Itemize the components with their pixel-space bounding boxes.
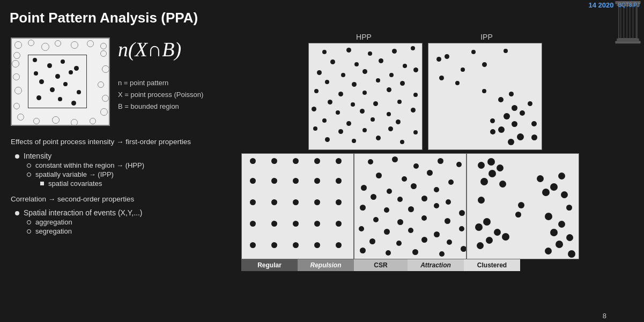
bullet-spatial-covariates: spatial covariates	[40, 179, 241, 188]
bullet-segregation: segregation	[27, 227, 241, 235]
label-repulsion: Repulsion	[298, 259, 354, 271]
bottom-images-section: Regular Repulsion CSR Attraction Cluster…	[241, 153, 609, 259]
bottom-label-bar: Regular Repulsion CSR Attraction Cluster…	[241, 259, 609, 271]
inner-box	[28, 55, 87, 108]
bottom-images-row	[241, 153, 609, 259]
top-bar: 14 2020 BQT8.PJ	[584, 0, 644, 10]
section2-heading: Correlation → second-order properties	[11, 194, 241, 205]
page-number: 8	[603, 312, 606, 320]
svg-rect-2	[619, 6, 637, 38]
formula-area: n(X∩B) n = point pattern X = point proce…	[118, 38, 203, 113]
bullet-circle-4	[27, 229, 31, 234]
formula-text: n(X∩B)	[118, 38, 203, 61]
bullet-constant: constant within the region → (HPP)	[27, 161, 241, 169]
left-panel: n(X∩B) n = point pattern X = point proce…	[5, 32, 247, 322]
label-csr: CSR	[354, 259, 408, 271]
label-clustered: Clustered	[464, 259, 520, 271]
regular-canvas	[241, 153, 354, 259]
pattern-image-box	[11, 38, 110, 126]
ipp-label: IPP	[480, 33, 493, 41]
bullet-circle-1	[27, 163, 31, 168]
svg-rect-9	[617, 39, 639, 41]
bullet-circle-3	[27, 220, 31, 224]
hpp-label: HPP	[356, 33, 372, 41]
bullet-circle-2	[27, 173, 31, 177]
csr-canvas	[354, 153, 467, 259]
ipp-canvas	[428, 43, 542, 150]
slide-title: Point Pattern Analysis (PPA)	[10, 10, 198, 26]
clustered-canvas	[467, 153, 579, 259]
text-content: Effects of point process intensity → fir…	[11, 137, 241, 236]
bullet-intensity: Intensity	[15, 152, 241, 160]
svg-rect-10	[615, 41, 640, 44]
section1-heading: Effects of point process intensity → fir…	[11, 137, 241, 147]
top-images-row	[241, 43, 609, 150]
bullet-square-1	[40, 182, 44, 185]
bullet-spatial-interaction: Spatial interaction of events (X,Y,...)	[15, 208, 241, 217]
hpp-canvas	[308, 43, 423, 150]
bullet-spatially-variable: spatially variable → (IPP)	[27, 170, 241, 178]
subtitle-label: BQT8.PJ	[618, 2, 640, 8]
formula-definitions: n = point pattern X = point process (Poi…	[118, 77, 203, 113]
label-regular: Regular	[241, 259, 298, 271]
right-panel: HPP IPP	[241, 32, 609, 311]
bullet-dot-2	[15, 211, 19, 215]
label-attraction: Attraction	[408, 259, 464, 271]
bullet-aggregation: aggregation	[27, 218, 241, 226]
bullet-dot-1	[15, 154, 19, 159]
date-label: 14 2020	[588, 1, 613, 9]
